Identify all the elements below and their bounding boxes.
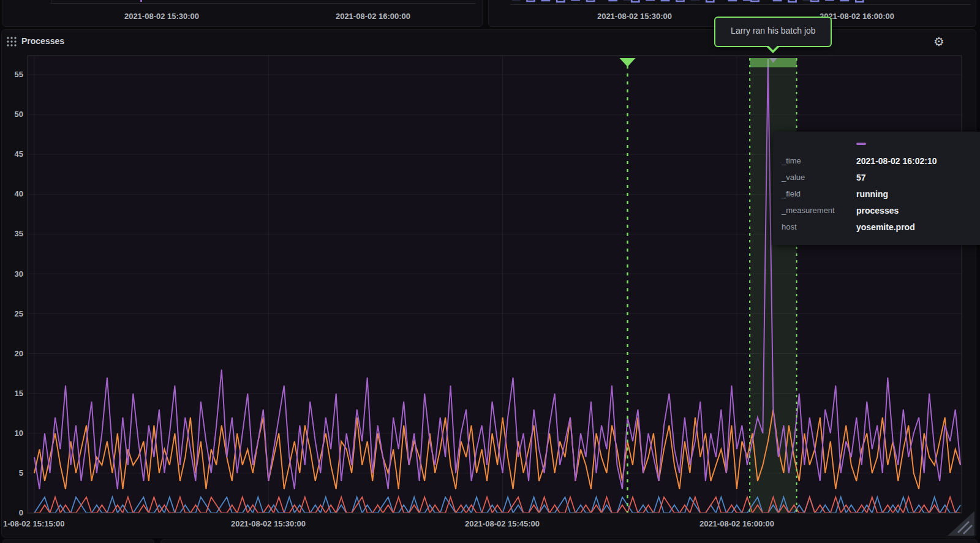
y-tick-label: 45 <box>0 149 23 159</box>
gear-icon[interactable]: ⚙ <box>931 34 947 50</box>
y-tick-label: 15 <box>0 389 23 398</box>
tooltip-row: host yosemite.prod <box>773 219 980 235</box>
tooltip-field-label: _measurement <box>773 206 856 215</box>
y-tick-label: 20 <box>0 349 23 358</box>
y-tick-label: 30 <box>0 269 23 279</box>
panel-title: Processes <box>21 36 64 46</box>
annotation-region-fill <box>750 58 796 513</box>
tooltip-row: _value 57 <box>773 169 980 185</box>
y-tick-label: 55 <box>0 70 23 79</box>
tooltip-arrow-fill <box>767 45 778 50</box>
x-tick-label: 2021-08-02 15:45:00 <box>465 519 540 528</box>
tooltip-row: _field running <box>773 185 980 202</box>
tooltip-field-label: _field <box>773 189 856 198</box>
series-color-swatch <box>856 143 866 145</box>
tooltip-field-value: processes <box>856 206 899 215</box>
y-tick-label: 10 <box>0 429 23 438</box>
annotation-tooltip: Larry ran his batch job <box>714 17 832 47</box>
tooltip-field-value: yosemite.prod <box>856 222 915 232</box>
tooltip-field-label: host <box>773 222 856 231</box>
y-tick-label: 0 <box>0 508 23 517</box>
tooltip-field-value: 57 <box>856 173 866 182</box>
y-tick-label: 40 <box>0 189 23 198</box>
y-tick-label: 5 <box>0 468 23 477</box>
dashboard-page: { "top_left_panel": { "x_labels": ["2021… <box>0 0 980 543</box>
x-tick-label: 2021-08-02 16:00:00 <box>699 519 774 528</box>
drag-handle-icon[interactable] <box>6 36 17 47</box>
y-tick-label: 35 <box>0 229 23 238</box>
series-tooltip: _time 2021-08-02 16:02:10 _value 57 _fie… <box>773 132 980 245</box>
x-tick-label: 2021-08-02 15:30:00 <box>231 519 306 528</box>
tooltip-field-label: _time <box>773 156 856 165</box>
y-tick-label: 25 <box>0 309 23 318</box>
y-tick-label: 50 <box>0 110 23 119</box>
tooltip-field-value: running <box>856 189 888 199</box>
tooltip-field-value: 2021-08-02 16:02:10 <box>856 156 937 166</box>
annotation-tooltip-text: Larry ran his batch job <box>731 26 816 36</box>
processes-chart[interactable] <box>0 0 980 543</box>
tooltip-row: _measurement processes <box>773 202 980 219</box>
x-tick-label: 1-08-02 15:15:00 <box>3 519 64 528</box>
tooltip-row: _time 2021-08-02 16:02:10 <box>773 152 980 169</box>
tooltip-field-label: _value <box>773 173 856 182</box>
